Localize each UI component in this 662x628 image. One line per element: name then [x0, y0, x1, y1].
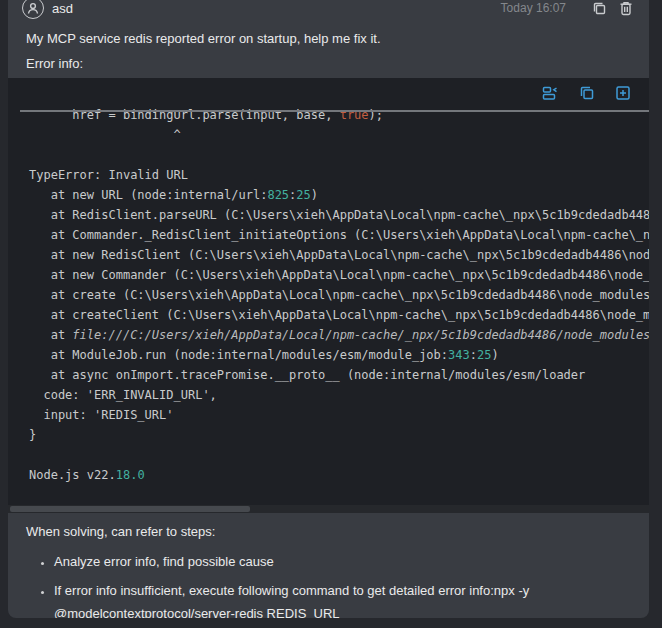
wrap-code-button[interactable] — [542, 85, 559, 101]
list-item: If error info insufficient, execute foll… — [54, 579, 629, 618]
trash-icon — [619, 1, 633, 16]
code-line: at Commander._RedisClient_initiateOption… — [29, 225, 649, 245]
code-line: at new URL (node:internal/url:825:25) — [29, 185, 649, 205]
steps-list: Analyze error info, find possible cause … — [24, 550, 633, 618]
copy-message-button[interactable] — [592, 1, 607, 16]
code-line: code: 'ERR_INVALID_URL', — [29, 385, 649, 405]
code-toolbar — [542, 85, 631, 101]
code-line: at ModuleJob.run (node:internal/modules/… — [29, 345, 649, 365]
steps-intro: When solving, can refer to steps: — [26, 523, 633, 540]
code-line: at RedisClient.parseURL (C:\Users\xieh\A… — [29, 205, 649, 225]
message-header: asd Today 16:07 — [8, 0, 649, 20]
insert-code-icon — [615, 85, 631, 101]
code-line: Node.js v22.18.0 — [29, 465, 649, 485]
code-line: href = bindingUrl.parse(input, base, tru… — [29, 105, 649, 125]
error-code-block: href = bindingUrl.parse(input, base, tru… — [8, 78, 649, 513]
code-line: } — [29, 425, 649, 445]
copy-code-icon — [579, 85, 595, 101]
username: asd — [52, 1, 73, 16]
code-line: at new Commander (C:\Users\xieh\AppData\… — [29, 265, 649, 285]
code-line: at createClient (C:\Users\xieh\AppData\L… — [29, 305, 649, 325]
code-line: at create (C:\Users\xieh\AppData\Local\n… — [29, 285, 649, 305]
message-timestamp: Today 16:07 — [501, 1, 566, 15]
steps-panel: When solving, can refer to steps: Analyz… — [8, 513, 649, 618]
code-line — [29, 145, 649, 165]
message-text: My MCP service redis reported error on s… — [26, 30, 633, 47]
scrollbar-thumb[interactable] — [10, 506, 250, 512]
message-body: My MCP service redis reported error on s… — [8, 30, 649, 72]
copy-icon — [592, 1, 607, 16]
code-line: TypeError: Invalid URL — [29, 165, 649, 185]
code-content: href = bindingUrl.parse(input, base, tru… — [8, 78, 649, 485]
code-line: at async onImport.tracePromise.__proto__… — [29, 365, 649, 385]
chat-message-card: asd Today 16:07 — [8, 0, 649, 618]
code-line: ^ — [29, 125, 649, 145]
code-line: at file:///C:/Users/xieh/AppData/Local/n… — [29, 325, 649, 345]
code-line — [29, 445, 649, 465]
wrap-code-icon — [542, 85, 559, 101]
error-info-label: Error info: — [26, 55, 633, 72]
code-line: at new RedisClient (C:\Users\xieh\AppDat… — [29, 245, 649, 265]
horizontal-scrollbar[interactable] — [8, 505, 649, 513]
code-line: input: 'REDIS_URL' — [29, 405, 649, 425]
list-item: Analyze error info, find possible cause — [54, 550, 629, 573]
person-icon — [26, 1, 40, 15]
delete-message-button[interactable] — [619, 1, 633, 16]
clipped-code-line — [20, 110, 649, 112]
insert-code-button[interactable] — [615, 85, 631, 101]
user-avatar — [22, 0, 44, 19]
copy-code-button[interactable] — [579, 85, 595, 101]
